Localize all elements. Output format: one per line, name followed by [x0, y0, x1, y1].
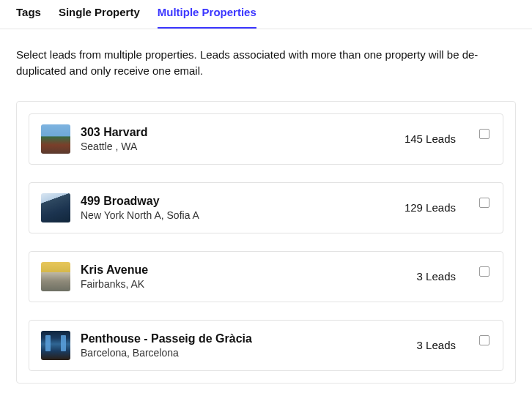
lead-count: 3 Leads: [417, 270, 456, 283]
lead-count: 145 Leads: [404, 132, 456, 145]
property-checkbox[interactable]: [479, 266, 489, 277]
property-thumbnail: [41, 331, 70, 360]
property-location: Barcelona, Barcelona: [81, 347, 407, 359]
tab-tags[interactable]: Tags: [16, 6, 41, 29]
tab-bar: Tags Single Property Multiple Properties: [0, 0, 532, 29]
property-checkbox-wrap: [479, 128, 491, 140]
tab-description: Select leads from multiple properties. L…: [0, 29, 532, 79]
property-location: Fairbanks, AK: [81, 278, 407, 290]
property-card[interactable]: 499 Broadway New York North A, Sofia A 1…: [29, 182, 503, 233]
property-thumbnail: [41, 124, 70, 154]
lead-count: 129 Leads: [404, 201, 456, 214]
property-card[interactable]: 303 Harvard Seattle , WA 145 Leads: [29, 113, 503, 165]
property-checkbox[interactable]: [479, 198, 489, 208]
property-name: 303 Harvard: [81, 126, 394, 139]
property-location: New York North A, Sofia A: [81, 209, 394, 221]
property-info: 303 Harvard Seattle , WA: [81, 126, 394, 152]
property-checkbox-wrap: [479, 266, 491, 277]
property-checkbox-wrap: [479, 334, 491, 346]
tab-single-property[interactable]: Single Property: [59, 6, 140, 29]
property-card[interactable]: Kris Avenue Fairbanks, AK 3 Leads: [29, 251, 503, 302]
property-info: Kris Avenue Fairbanks, AK: [81, 263, 407, 290]
property-checkbox[interactable]: [479, 335, 489, 345]
property-location: Seattle , WA: [81, 141, 394, 152]
property-thumbnail: [41, 262, 70, 291]
lead-count: 3 Leads: [417, 339, 456, 351]
property-checkbox-wrap: [479, 197, 491, 209]
property-name: Penthouse - Passeig de Gràcia: [81, 332, 407, 345]
tab-multiple-properties[interactable]: Multiple Properties: [158, 6, 256, 29]
property-info: 499 Broadway New York North A, Sofia A: [81, 195, 394, 221]
property-thumbnail: [41, 193, 70, 222]
property-checkbox[interactable]: [479, 129, 489, 139]
property-name: Kris Avenue: [81, 263, 407, 277]
property-info: Penthouse - Passeig de Gràcia Barcelona,…: [81, 332, 407, 359]
property-card[interactable]: Penthouse - Passeig de Gràcia Barcelona,…: [29, 320, 503, 371]
property-list: 303 Harvard Seattle , WA 145 Leads 499 B…: [16, 101, 516, 384]
property-name: 499 Broadway: [81, 195, 394, 208]
